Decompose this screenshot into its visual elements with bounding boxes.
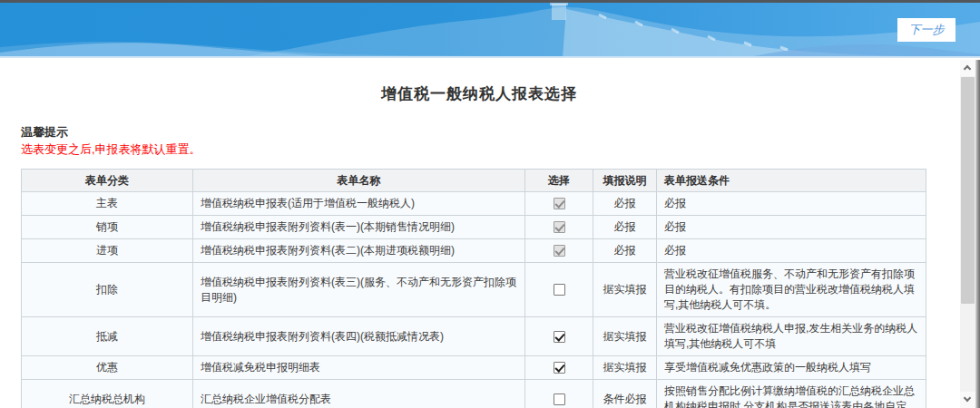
cell-condition: 营业税改征增值税纳税人申报,发生相关业务的纳税人填写,其他纳税人可不填	[657, 317, 926, 356]
cell-category: 优惠	[22, 356, 193, 380]
page-title: 增值税一般纳税人报表选择	[0, 83, 958, 104]
row-checkbox[interactable]	[554, 362, 565, 374]
table-row: 汇总纳税总机构 汇总纳税企业增值税分配表 条件必报 按照销售分配比例计算缴纳增值…	[22, 380, 926, 408]
cell-condition: 营业税改征增值税服务、不动产和无形资产有扣除项目的纳税人。有扣除项目的营业税改增…	[657, 263, 926, 317]
scrollbar-up-button[interactable]	[960, 60, 975, 76]
cell-instruction: 据实填报	[593, 263, 657, 317]
tips-block: 温馨提示 选表变更之后,申报表将默认重置。	[21, 124, 958, 158]
cell-instruction: 必报	[593, 239, 657, 263]
table-row: 抵减 增值税纳税申报表附列资料(表四)(税额抵减情况表) 据实填报 营业税改征增…	[22, 317, 926, 356]
cell-category: 销项	[22, 216, 193, 239]
cell-name: 增值税纳税申报表附列资料(表四)(税额抵减情况表)	[193, 317, 525, 356]
cell-name: 增值税纳税申报表附列资料(表一)(本期销售情况明细)	[193, 216, 525, 239]
great-wall-mountains-graphic	[0, 0, 980, 58]
table-row: 优惠 增值税减免税申报明细表 据实填报 享受增值税减免优惠政策的一般纳税人填写	[22, 356, 926, 380]
cell-condition: 按照销售分配比例计算缴纳增值税的汇总纳税企业总机构纳税申报时,分支机构是否报送该…	[657, 380, 926, 408]
row-checkbox	[554, 221, 565, 233]
tips-title: 温馨提示	[21, 124, 958, 141]
cell-condition: 必报	[657, 192, 926, 216]
header-submission-condition: 表单报送条件	[657, 170, 926, 192]
page-header-banner	[0, 0, 980, 58]
cell-condition: 享受增值税减免优惠政策的一般纳税人填写	[657, 356, 926, 380]
cell-name: 增值税减免税申报明细表	[193, 356, 525, 380]
header-form-name: 表单名称	[193, 170, 525, 192]
row-checkbox	[554, 245, 565, 257]
report-selection-table: 表单分类 表单名称 选择 填报说明 表单报送条件 主表 增值税纳税申报表(适用于…	[21, 169, 926, 408]
cell-name: 增值税纳税申报表(适用于增值税一般纳税人)	[193, 192, 525, 216]
cell-instruction: 必报	[593, 216, 657, 239]
cell-name: 增值税纳税申报表附列资料(表三)(服务、不动产和无形资产扣除项目明细)	[193, 263, 525, 317]
chevron-up-icon	[964, 65, 971, 73]
table-row: 进项 增值税纳税申报表附列资料(表二)(本期进项税额明细) 必报 必报	[22, 239, 926, 263]
cell-category: 进项	[22, 239, 193, 263]
cell-instruction: 据实填报	[593, 356, 657, 380]
app-window: 下一步 增值税一般纳税人报表选择 温馨提示 选表变更之后,申报表将默认重置。 表…	[0, 0, 980, 408]
cell-category: 主表	[22, 192, 193, 216]
scrollbar-thumb[interactable]	[961, 77, 975, 304]
header-form-category: 表单分类	[22, 170, 193, 192]
tips-warning-text: 选表变更之后,申报表将默认重置。	[21, 141, 958, 158]
cell-name: 汇总纳税企业增值税分配表	[193, 380, 525, 408]
chevron-down-icon	[964, 394, 971, 402]
next-step-button[interactable]: 下一步	[897, 18, 956, 42]
header-select: 选择	[525, 170, 593, 192]
header-filling-instruction: 填报说明	[593, 170, 657, 192]
window-right-edge	[975, 60, 980, 408]
cell-instruction: 必报	[593, 192, 657, 216]
table-header-row: 表单分类 表单名称 选择 填报说明 表单报送条件	[22, 170, 926, 192]
scrollbar-down-button[interactable]	[960, 392, 975, 408]
report-table-head: 表单分类 表单名称 选择 填报说明 表单报送条件	[22, 170, 926, 192]
cell-category: 汇总纳税总机构	[22, 380, 193, 408]
main-content: 增值税一般纳税人报表选择 温馨提示 选表变更之后,申报表将默认重置。 表单分类 …	[0, 60, 958, 408]
table-row: 销项 增值税纳税申报表附列资料(表一)(本期销售情况明细) 必报 必报	[22, 216, 926, 239]
cell-instruction: 条件必报	[593, 380, 657, 408]
table-row: 扣除 增值税纳税申报表附列资料(表三)(服务、不动产和无形资产扣除项目明细) 据…	[22, 263, 926, 317]
row-checkbox[interactable]	[554, 284, 565, 296]
cell-condition: 必报	[657, 216, 926, 239]
cell-category: 抵减	[22, 317, 193, 356]
row-checkbox	[554, 198, 565, 209]
cell-instruction: 据实填报	[593, 317, 657, 356]
cell-condition: 必报	[657, 239, 926, 263]
table-row: 主表 增值税纳税申报表(适用于增值税一般纳税人) 必报 必报	[22, 192, 926, 216]
cell-category: 扣除	[22, 263, 193, 317]
row-checkbox[interactable]	[554, 393, 565, 405]
vertical-scrollbar[interactable]	[960, 60, 975, 408]
cell-name: 增值税纳税申报表附列资料(表二)(本期进项税额明细)	[193, 239, 525, 263]
row-checkbox[interactable]	[554, 331, 565, 343]
window-top-edge	[0, 0, 980, 3]
report-table-body: 主表 增值税纳税申报表(适用于增值税一般纳税人) 必报 必报 销项 增值税纳税申…	[22, 192, 926, 408]
